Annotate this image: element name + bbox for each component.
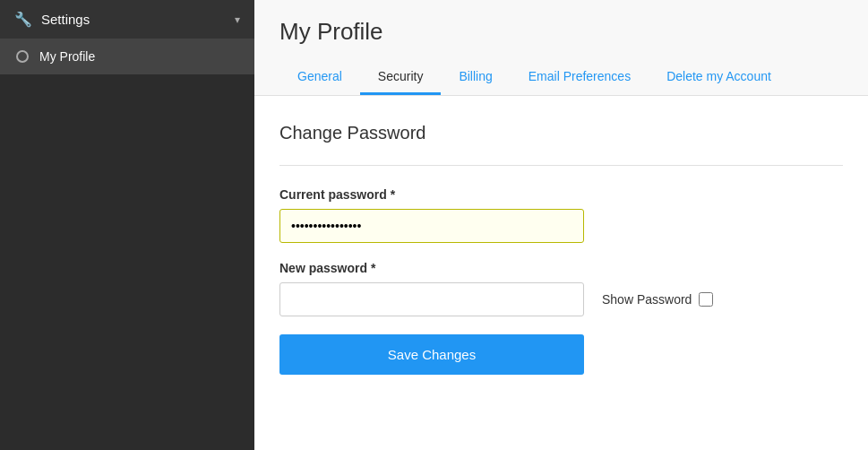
divider [279, 165, 843, 166]
new-password-row: Show Password [279, 282, 843, 316]
tab-bar: General Security Billing Email Preferenc… [279, 60, 843, 95]
settings-label: Settings [41, 12, 90, 27]
show-password-label[interactable]: Show Password [602, 292, 713, 307]
page-title: My Profile [279, 18, 843, 46]
current-password-group: Current password * [279, 187, 843, 243]
settings-menu-item[interactable]: 🔧 Settings ▾ [0, 0, 254, 39]
new-password-input[interactable] [279, 282, 584, 316]
show-password-checkbox[interactable] [699, 292, 713, 307]
chevron-down-icon: ▾ [235, 13, 240, 26]
current-password-input[interactable] [279, 209, 584, 243]
circle-icon [16, 50, 29, 63]
tab-delete-account[interactable]: Delete my Account [649, 60, 789, 95]
show-password-text: Show Password [602, 292, 692, 307]
tab-security[interactable]: Security [360, 60, 442, 95]
current-password-label: Current password * [279, 187, 843, 202]
main-content: My Profile General Security Billing Emai… [254, 0, 868, 450]
save-changes-button[interactable]: Save Changes [279, 334, 584, 375]
tab-billing[interactable]: Billing [441, 60, 510, 95]
sidebar-item-my-profile[interactable]: My Profile [0, 39, 254, 74]
new-password-label: New password * [279, 261, 843, 275]
content-area: Change Password Current password * New p… [254, 96, 868, 450]
section-title: Change Password [279, 123, 843, 143]
page-header: My Profile General Security Billing Emai… [254, 0, 868, 96]
new-password-group: New password * Show Password [279, 261, 843, 316]
tab-email-preferences[interactable]: Email Preferences [511, 60, 649, 95]
sidebar: 🔧 Settings ▾ My Profile [0, 0, 254, 450]
tab-general[interactable]: General [279, 60, 360, 95]
sidebar-item-label: My Profile [39, 49, 95, 64]
wrench-icon: 🔧 [14, 11, 32, 28]
